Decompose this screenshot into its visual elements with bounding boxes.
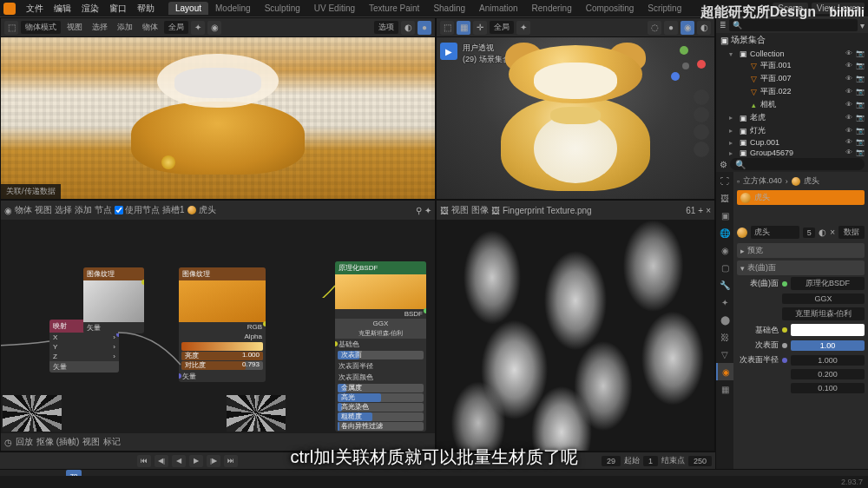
outliner-item[interactable]: ▸▣灯光👁📷 — [716, 124, 868, 137]
surface-section-header[interactable]: ▾表(曲)面 — [737, 260, 865, 275]
tab-layout[interactable]: Layout — [168, 2, 208, 15]
props-type-icon[interactable]: ⚙ — [720, 160, 727, 169]
snap-icon[interactable]: ✦ — [516, 21, 530, 35]
shading-material-icon[interactable]: ◉ — [681, 21, 694, 35]
tab-rendering[interactable]: Rendering — [525, 2, 579, 15]
proportional-icon[interactable]: ◉ — [207, 21, 221, 35]
img-menu-image[interactable]: 图像 — [471, 204, 489, 216]
tab-sculpting[interactable]: Sculpting — [258, 2, 307, 15]
jump-start-icon[interactable]: ⏮ — [137, 455, 151, 467]
menu-render[interactable]: 渲染 — [76, 3, 104, 15]
use-nodes-checkbox[interactable] — [115, 206, 123, 214]
distribution-dropdown[interactable]: GGX — [782, 293, 865, 304]
tab-world-icon[interactable]: ◉ — [716, 241, 733, 259]
outliner-item[interactable]: ▾▣Collection👁📷 — [716, 49, 868, 59]
ne-menu-view[interactable]: 视图 — [35, 204, 52, 216]
hide-viewport-icon[interactable]: 👁 — [845, 114, 854, 122]
image-users[interactable]: 61 — [686, 206, 695, 215]
play-icon[interactable]: ▶ — [189, 455, 203, 467]
subsurf-radius-y[interactable]: 0.200 — [791, 369, 865, 379]
hide-viewport-icon[interactable]: 👁 — [845, 62, 854, 70]
hide-viewport-icon[interactable]: 👁 — [845, 138, 854, 147]
node-canvas[interactable]: 映射 X› Y› Z› 矢量 图像纹理 矢量 图像纹理 RGB Alpha — [1, 220, 435, 433]
hide-viewport-icon[interactable]: 👁 — [845, 148, 854, 156]
start-frame-field[interactable]: 1 — [643, 456, 658, 466]
tab-animation[interactable]: Animation — [472, 2, 524, 15]
outliner-type-icon[interactable]: ≣ — [720, 21, 727, 30]
subsurf-radius-x[interactable]: 1.000 — [791, 355, 865, 366]
select-box-icon[interactable]: ▦ — [457, 21, 470, 35]
outliner-item[interactable]: ▸▣Group45679👁📷 — [716, 148, 868, 156]
footer-marker[interactable]: 标记 — [103, 436, 121, 448]
disable-render-icon[interactable]: 📷 — [856, 62, 865, 70]
new-image-icon[interactable]: + — [698, 206, 703, 215]
perspective-icon[interactable] — [694, 142, 709, 157]
material-dropdown[interactable]: 虎头 — [187, 204, 216, 216]
character-model[interactable] — [492, 45, 659, 190]
hide-viewport-icon[interactable]: 👁 — [845, 75, 854, 83]
orientation-dropdown[interactable]: 全局 — [164, 21, 188, 34]
shading-solid-icon[interactable]: ● — [664, 21, 678, 35]
editor-type-icon[interactable]: ◉ — [4, 206, 12, 215]
menu-window[interactable]: 窗口 — [104, 3, 132, 15]
tab-output-icon[interactable]: 🖼 — [716, 189, 733, 207]
cursor-tool-icon[interactable]: ✛ — [473, 21, 487, 35]
slot-dropdown[interactable]: 插槽1 — [162, 204, 185, 216]
overlay-icon[interactable]: ◐ — [401, 21, 415, 35]
keyframe-prev-icon[interactable]: ◀︎| — [155, 455, 168, 467]
disable-render-icon[interactable]: 📷 — [856, 138, 865, 147]
subsurface-field[interactable]: 1.00 — [791, 340, 865, 351]
editor-type-icon[interactable]: ⬚ — [4, 21, 18, 35]
current-frame-field[interactable]: 29 — [602, 456, 621, 466]
jump-end-icon[interactable]: ⏭ — [224, 455, 238, 467]
operator-panel[interactable]: 关联/传递数据 — [1, 184, 61, 199]
material-slot[interactable]: 虎头 — [737, 190, 865, 205]
tab-viewlayer-icon[interactable]: ▣ — [716, 207, 733, 224]
outliner-item[interactable]: ▽平面.022👁📷 — [716, 85, 868, 98]
material-link-dropdown[interactable]: 数据 — [838, 226, 865, 239]
options-dropdown[interactable]: 选项 — [374, 21, 398, 34]
pin-icon[interactable]: ⚲ — [416, 206, 422, 215]
material-name-field[interactable]: 虎头 — [751, 226, 799, 239]
outliner-item[interactable]: ▴相机👁📷 — [716, 98, 868, 111]
shader-type-dropdown[interactable]: 物体 — [15, 204, 32, 216]
zoom-icon[interactable] — [694, 89, 709, 105]
hide-viewport-icon[interactable]: 👁 — [845, 127, 854, 135]
keyframe-next-icon[interactable]: |▶︎ — [207, 455, 220, 467]
preview-section-header[interactable]: ▸预览 — [737, 243, 865, 258]
orientation-dropdown[interactable]: 全局 — [490, 21, 514, 34]
material-users-count[interactable]: 5 — [803, 228, 815, 238]
image-dropdown[interactable]: 🖼 Fingerprint Texture.png — [491, 206, 683, 215]
gizmo-x-axis[interactable] — [697, 60, 706, 69]
editor-type-icon[interactable]: ⬚ — [440, 21, 454, 35]
snap-icon[interactable]: ✦ — [191, 21, 205, 35]
camera-view-icon[interactable] — [694, 124, 709, 140]
ne-menu-node[interactable]: 节点 — [95, 204, 112, 216]
disable-render-icon[interactable]: 📷 — [856, 88, 865, 96]
hide-viewport-icon[interactable]: 👁 — [845, 49, 854, 58]
tab-modifier-icon[interactable]: 🔧 — [716, 276, 733, 293]
shading-wireframe-icon[interactable]: ◌ — [648, 21, 661, 35]
subsurf-method-dropdown[interactable]: 克里斯坦森-伯利 — [782, 307, 865, 320]
tab-constraint-icon[interactable]: ⛓ — [716, 328, 733, 346]
tab-particle-icon[interactable]: ✦ — [716, 293, 733, 311]
disable-render-icon[interactable]: 📷 — [856, 75, 865, 83]
disable-render-icon[interactable]: 📷 — [856, 49, 865, 58]
vp-menu-object[interactable]: 物体 — [139, 22, 161, 33]
viewport-body-2[interactable]: ▶ 用户透视 (29) 场景集合 | 立方体.040 — [437, 37, 714, 199]
subsurf-radius-z[interactable]: 0.100 — [791, 383, 865, 393]
ne-menu-add[interactable]: 添加 — [75, 204, 92, 216]
scene-dropdown[interactable]: Scene — [773, 3, 807, 14]
base-color-swatch[interactable] — [791, 324, 865, 336]
navigation-gizmo[interactable] — [664, 44, 707, 88]
node-principled-bsdf[interactable]: 原理化BSDF BSDF GGX 克里斯坦森-伯利 基础色 次表面 次表面半径 … — [335, 261, 426, 432]
outliner-item[interactable]: ▽平面.001👁📷 — [716, 59, 868, 72]
outliner-item[interactable]: ▸▣Cup.001👁📷 — [716, 137, 868, 148]
snap-icon[interactable]: ✦ — [424, 206, 431, 215]
end-frame-field[interactable]: 250 — [688, 456, 712, 466]
disable-render-icon[interactable]: 📷 — [856, 148, 865, 156]
timeline-type-icon[interactable]: ◷ — [4, 438, 12, 447]
tab-compositing[interactable]: Compositing — [579, 2, 641, 15]
tab-scripting[interactable]: Scripting — [641, 2, 688, 15]
image-canvas[interactable] — [437, 220, 714, 451]
